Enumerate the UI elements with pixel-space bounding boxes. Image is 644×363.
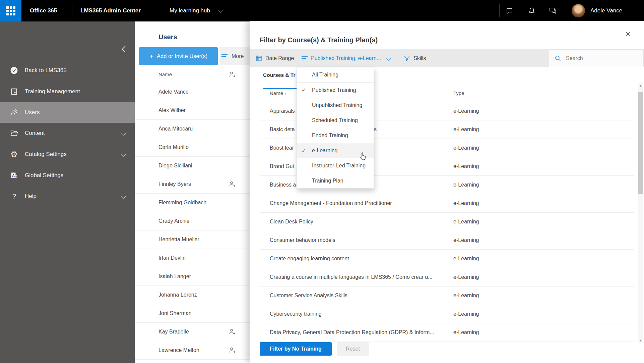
date-range-button[interactable]: Date Range xyxy=(254,49,296,67)
scrollbar-thumb[interactable] xyxy=(638,92,643,194)
divider xyxy=(499,4,500,17)
user-name: Lawrence Melton xyxy=(158,341,199,359)
sidebar-item-training-management[interactable]: Training Management xyxy=(0,81,135,102)
page-title: Users xyxy=(158,33,177,41)
dropdown-item[interactable]: ✓ Scheduled Training xyxy=(297,113,374,128)
table-row[interactable]: Data Privacy, General Data Protection Re… xyxy=(260,323,634,342)
user-row[interactable]: Finnley Byers xyxy=(135,175,250,194)
user-name: Adele Vance xyxy=(158,83,189,101)
course-name: Data Privacy, General Data Protection Re… xyxy=(270,323,434,342)
table-row[interactable]: Clean Desk Policy e-Learning xyxy=(260,213,634,231)
course-type: e-Learning xyxy=(453,287,479,305)
user-row[interactable]: Diego Siciliani xyxy=(135,157,250,175)
course-name: Consumer behavior models xyxy=(270,231,335,249)
bell-icon[interactable] xyxy=(528,7,536,15)
sidebar-item-back-to-lms365[interactable]: Back to LMS365 xyxy=(0,60,135,81)
column-header-name[interactable]: Name↑ xyxy=(270,90,287,96)
table-row[interactable]: Cybersecurity training e-Learning xyxy=(260,305,634,323)
user-row[interactable]: Johanna Lorenz xyxy=(135,286,250,304)
training-filter-button[interactable]: Published Training, e-Learn... xyxy=(300,49,392,67)
filter-lines-icon xyxy=(221,53,228,59)
dropdown-item[interactable]: ✓ Unpublished Training xyxy=(297,98,374,113)
chevron-down-icon[interactable] xyxy=(218,8,222,13)
course-type: e-Learning xyxy=(453,139,479,157)
vertical-scrollbar[interactable]: ▲ ▼ xyxy=(638,83,643,343)
sidebar-item-content[interactable]: Content xyxy=(0,123,135,144)
table-row[interactable]: Customer Service Analysis Skills e-Learn… xyxy=(260,287,634,305)
users-icon xyxy=(9,108,19,117)
user-row[interactable]: Anca Mitocaru xyxy=(135,120,250,138)
topbar: Office 365 LMS365 Admin Center My learni… xyxy=(0,0,644,21)
dropdown-item[interactable]: ✓ Ended Training xyxy=(297,128,374,143)
user-name: Kay Bradelle xyxy=(158,323,189,341)
user-row[interactable]: Kay Bradelle xyxy=(135,323,250,341)
user-avatar[interactable] xyxy=(572,4,585,17)
course-name: Create engaging learning content xyxy=(270,250,349,268)
column-header-type[interactable]: Type xyxy=(453,90,464,96)
course-name: Basic deta xyxy=(270,120,297,139)
user-row[interactable]: Alex Wilber xyxy=(135,101,250,120)
sidebar-item-label: Help xyxy=(25,193,37,200)
app-launcher-button[interactable] xyxy=(0,0,21,21)
office365-label[interactable]: Office 365 xyxy=(30,0,57,21)
user-row[interactable]: Lawrence Melton xyxy=(135,341,250,360)
scroll-down-arrow[interactable]: ▼ xyxy=(638,338,643,343)
course-type: e-Learning xyxy=(453,102,479,120)
user-row[interactable]: Joni Sherman xyxy=(135,304,250,323)
user-row[interactable]: Grady Archie xyxy=(135,212,250,230)
dropdown-item[interactable]: ✓ Training Plan xyxy=(297,173,374,188)
chevron-down-icon xyxy=(122,193,125,200)
course-name: Change Management - Foundation and Pract… xyxy=(270,194,392,212)
course-name: Boost lear xyxy=(270,139,297,157)
chevron-down-icon xyxy=(122,130,125,137)
users-name-header[interactable]: Name xyxy=(135,66,250,83)
svg-text:⚙: ⚙ xyxy=(14,174,18,179)
course-name: Cybersecurity training xyxy=(270,305,322,323)
user-row[interactable]: Isaiah Langer xyxy=(135,267,250,286)
sidebar: Back to LMS365 Training Management Users… xyxy=(0,21,135,363)
user-name-label[interactable]: Adele Vance xyxy=(590,0,622,21)
calendar-icon xyxy=(256,55,262,61)
learning-hub-dropdown[interactable]: My learning hub xyxy=(170,0,210,21)
user-name: Henrietta Mueller xyxy=(158,230,199,249)
reset-button[interactable]: Reset xyxy=(337,342,369,356)
close-icon[interactable]: ✕ xyxy=(623,30,633,38)
user-name: Carla Murillo xyxy=(158,138,189,156)
course-name: Brand Gui xyxy=(270,157,297,175)
dropdown-item[interactable]: ✓ All Training xyxy=(297,67,374,83)
sidebar-collapse-button[interactable] xyxy=(123,47,127,53)
user-row[interactable]: Adele Vance xyxy=(135,83,250,101)
scroll-up-arrow[interactable]: ▲ xyxy=(638,83,643,88)
sidebar-item-global-settings[interactable]: A⚙ Global Settings xyxy=(0,165,135,186)
feedback-icon[interactable] xyxy=(549,7,557,15)
user-name: Grady Archie xyxy=(158,212,189,230)
filter-lines-icon xyxy=(302,55,308,61)
add-or-invite-users-button[interactable]: + Add or Invite User(s) xyxy=(139,47,218,65)
admin-center-label[interactable]: LMS365 Admin Center xyxy=(80,0,141,21)
search-input[interactable] xyxy=(565,55,634,62)
sidebar-item-label: Global Settings xyxy=(25,172,63,179)
course-type: e-Learning xyxy=(453,213,479,231)
sidebar-item-users[interactable]: Users xyxy=(0,102,135,123)
sidebar-item-catalog-settings[interactable]: ⚙ Catalog Settings xyxy=(0,144,135,165)
user-row[interactable]: Irfan Devlin xyxy=(135,249,250,267)
filter-by-no-training-button[interactable]: Filter by No Training xyxy=(260,342,332,356)
invite-person-icon xyxy=(229,347,236,355)
user-row[interactable]: Flemming Goldbach xyxy=(135,194,250,212)
sidebar-item-help[interactable]: ? Help xyxy=(0,186,135,207)
user-row[interactable]: Henrietta Mueller xyxy=(135,230,250,249)
table-row[interactable]: Change Management - Foundation and Pract… xyxy=(260,194,634,213)
folder-icon xyxy=(9,128,19,138)
tab-courses-training-plans[interactable]: Courses & Tr xyxy=(263,72,295,88)
table-row[interactable]: Create engaging learning content e-Learn… xyxy=(260,250,634,268)
course-type: e-Learning xyxy=(453,120,479,139)
waffle-icon xyxy=(6,6,15,15)
more-button[interactable]: More xyxy=(219,47,250,65)
dropdown-item[interactable]: ✓ Published Training xyxy=(297,83,374,98)
user-row[interactable]: Carla Murillo xyxy=(135,138,250,157)
invite-person-icon xyxy=(229,328,236,337)
table-row[interactable]: Creating a course in multiple languages … xyxy=(260,268,634,287)
table-row[interactable]: Consumer behavior models e-Learning xyxy=(260,231,634,250)
skills-filter-button[interactable]: Skills xyxy=(402,49,428,67)
chat-icon[interactable] xyxy=(506,7,514,15)
